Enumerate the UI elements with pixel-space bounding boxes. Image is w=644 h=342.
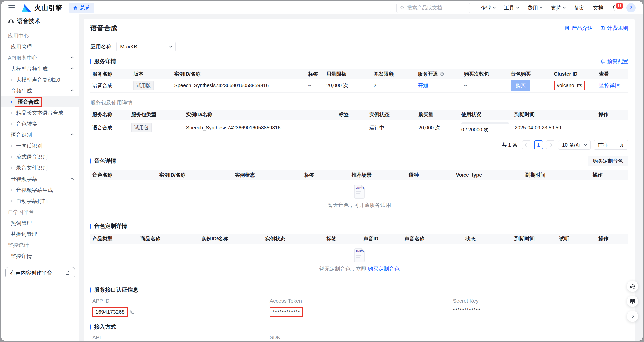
buy-custom-voice-button[interactable]: 购买定制音色 [588,156,628,166]
svg-text:EMPTY: EMPTY [356,250,364,253]
external-link-icon [65,270,70,275]
voice-buy-button[interactable]: 购买 [511,80,530,91]
open-service-link[interactable]: 开通 [418,82,428,89]
headset-ai-icon [8,18,14,24]
buy-custom-voice-link[interactable]: 购买定制音色 [368,266,400,272]
notification-badge: 11 [615,3,624,9]
expire-time: 2025-04-09 23:59:59 [512,120,596,136]
instance-id: Speech_Synthesis7423669016058859816 [184,120,337,136]
sidebar-item-streaming-asr[interactable]: 流式语音识别 [1,151,79,162]
usage-text: 0 / 20000 次 [461,126,511,133]
usage-progress-bar [461,122,509,124]
goto-page-input[interactable] [608,142,619,148]
menu-support[interactable]: 支持 [551,4,565,11]
sidebar-item-app-management[interactable]: 应用管理 [1,41,79,52]
billing-icon [600,26,605,31]
pagination: 共 1 条 1 10 条/页 前往 页 [90,140,628,150]
sidebar-item-audio-file-recognition[interactable]: 录音文件识别 [1,162,79,174]
sidebar: 语音技术 应用中心 应用管理 API服务中心 大模型音频生成 大模型声音复刻2.… [1,14,79,341]
auth-info-grid: APP ID 1694173268 Access Token *********… [90,298,628,317]
sidebar-section-api-service-center[interactable]: API服务中心 [1,52,79,63]
menu-docs[interactable]: 文档 [593,4,603,11]
sidebar-group-av-subtitle[interactable]: 音视频字幕 [1,174,79,185]
menu-tools[interactable]: 工具 [504,4,519,11]
sidebar-item-hotword-management[interactable]: 热词管理 [1,218,79,229]
section-auth-info: 服务接口认证信息 [90,286,138,294]
voice-detail-table: 音色名称 实例ID/名称 实例状态 标签 推荐场景 语种 Voice_type … [90,170,628,180]
table-header-row: 服务名称 版本 实例ID/名称 标签 用量限额 并发限额 服务开通 购买次数包 … [90,69,628,79]
hamburger-menu-icon[interactable] [8,5,15,10]
sidebar-item-speech-synthesis[interactable]: 语音合成 [1,96,79,107]
usage-status: 0 / 20000 次 [461,122,511,133]
section-voice-detail: 音色详情 [90,157,116,165]
concurrency-value: 2 [372,79,416,92]
sidebar-item-bigmodel-voice-clone[interactable]: 大模型声音复刻2.0 [1,74,79,85]
access-token-value-annotated: ************ [270,307,303,317]
chevron-up-icon [71,67,74,71]
secret-key-label: Secret Key [453,298,628,304]
chevron-up-icon [71,178,74,181]
bullet-icon [11,145,12,147]
tag-value: -- [306,79,324,92]
main-content: 语音合成 产品介绍 计费规则 应用名称 [79,14,643,341]
documentation-button[interactable] [627,296,638,307]
alert-config-link[interactable]: 预警配置 [600,58,628,65]
page-number-button[interactable]: 1 [534,140,543,149]
product-intro-link[interactable]: 产品介绍 [565,25,593,32]
search-input[interactable] [407,5,462,11]
avatar[interactable]: 7 [626,3,636,12]
menu-icp[interactable]: 备案 [574,4,584,11]
search-icon [400,5,405,10]
sidebar-item-longtext-tts[interactable]: 精品长文本语音合成 [1,107,79,118]
notification-bell[interactable]: 11 [612,5,618,11]
sidebar-item-av-subtitle-generation[interactable]: 音视频字幕生成 [1,185,79,196]
sidebar-group-speech-recognition[interactable]: 语音识别 [1,129,79,140]
package-detail-table: 服务名称 服务包类型 实例ID/名称 标签 实例状态 购买量 使用状况 到期时间… [90,110,628,136]
goto-page-box: 前往 页 [594,140,628,150]
global-search[interactable] [396,3,470,13]
next-page-button[interactable] [546,140,555,149]
page-size-select[interactable]: 10 条/页 [558,140,591,150]
menu-billing[interactable]: 费用 [527,4,542,11]
sidebar-item-one-sentence-recognition[interactable]: 一句话识别 [1,140,79,151]
sidebar-item-replacement-word-management[interactable]: 替换词管理 [1,229,79,240]
svg-text:EMPTY: EMPTY [356,186,364,189]
purchase-amount: 20,000 次 [416,120,459,136]
monitor-detail-link[interactable]: 监控详情 [599,82,620,89]
collapse-panel-button[interactable] [627,311,638,322]
sidebar-item-voice-conversion[interactable]: 音色转换 [1,118,79,129]
sidebar-section-self-learning: 自学习平台 [1,207,79,218]
volcano-engine-logo[interactable]: 火山引擎 [21,3,62,12]
menu-enterprise[interactable]: 企业 [481,4,495,11]
instance-status: 运行中 [367,120,416,136]
sidebar-item-monitoring-detail[interactable]: 监控详情 [1,251,79,262]
prev-page-button[interactable] [522,140,531,149]
quota-value: 20,000 次 [324,79,372,92]
bullet-icon [11,167,12,169]
section-service-detail: 服务详情 [90,58,116,65]
tab-overview[interactable]: 总览 [69,3,94,13]
sidebar-group-audio-generation[interactable]: 音频生成 [1,85,79,96]
audio-content-platform-button[interactable]: 有声内容创作平台 [5,267,75,278]
divider [84,37,635,37]
top-header: 火山引擎 总览 企业 工具 费用 支持 备案 文档 11 7 [1,1,643,14]
app-name-select[interactable]: MaxKB [116,42,176,51]
chevron-down-icon [169,44,172,48]
section-bar [90,287,91,293]
sidebar-group-bigmodel-audio-generation[interactable]: 大模型音频生成 [1,63,79,74]
table-header-row: 服务名称 服务包类型 实例ID/名称 标签 实例状态 购买量 使用状况 到期时间… [90,110,628,120]
section-access-method: 接入方式 [90,323,116,331]
service-name: 语音合成 [90,120,129,136]
sidebar-nav: 应用中心 应用管理 API服务中心 大模型音频生成 大模型声音复刻2.0 音频生… [1,28,79,262]
copy-icon[interactable] [130,309,135,314]
customer-service-button[interactable] [627,281,638,292]
mountain-logo-icon [21,3,32,12]
sidebar-title: 语音技术 [1,14,79,28]
billing-rules-link[interactable]: 计费规则 [600,25,628,32]
chevron-up-icon [71,133,74,137]
document-icon [565,26,570,31]
package-detail-row: 语音合成 试用包 Speech_Synthesis742366901605885… [90,120,628,136]
sidebar-item-auto-subtitle-timing[interactable]: 自动字幕打轴 [1,196,79,207]
question-circle-icon[interactable] [440,72,444,76]
logo-text: 火山引擎 [34,3,62,12]
